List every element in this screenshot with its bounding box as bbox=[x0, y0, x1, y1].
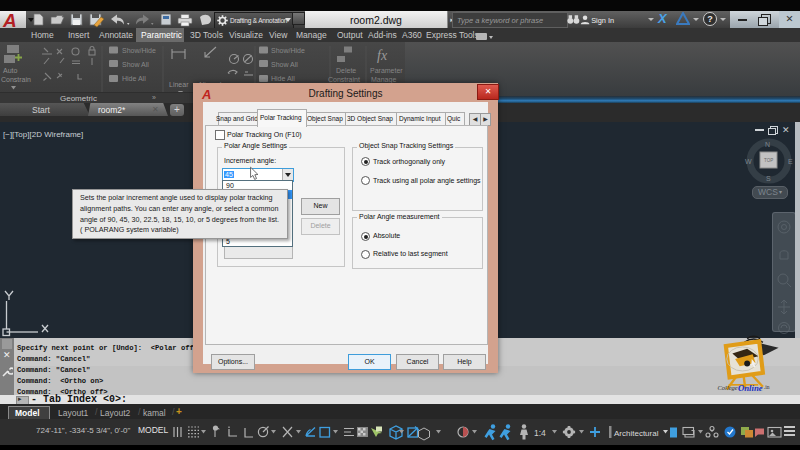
svg-text:Show/Hide: Show/Hide bbox=[122, 47, 156, 54]
svg-text:Sign In: Sign In bbox=[591, 16, 614, 25]
svg-text:Linear: Linear bbox=[169, 81, 189, 88]
svg-text:1:4: 1:4 bbox=[534, 428, 546, 438]
svg-text:Constraint: Constraint bbox=[328, 76, 360, 83]
svg-text:Show All: Show All bbox=[122, 61, 149, 68]
svg-text:Hide All: Hide All bbox=[122, 75, 146, 82]
svg-text:.in: .in bbox=[764, 384, 770, 390]
svg-text:Constrain: Constrain bbox=[1, 76, 31, 83]
svg-text:Show/Hide: Show/Hide bbox=[271, 47, 305, 54]
svg-text:Auto: Auto bbox=[3, 67, 18, 74]
svg-text:N: N bbox=[765, 141, 770, 148]
svg-text:College: College bbox=[718, 384, 738, 391]
svg-text:S: S bbox=[766, 175, 771, 182]
svg-text:Architectural: Architectural bbox=[614, 429, 659, 438]
svg-text:fx: fx bbox=[377, 48, 388, 63]
svg-text:TOP: TOP bbox=[764, 158, 773, 163]
svg-text:Show All: Show All bbox=[271, 61, 298, 68]
svg-text:Hide All: Hide All bbox=[271, 75, 295, 82]
svg-text:W: W bbox=[745, 158, 752, 165]
svg-text:E: E bbox=[788, 158, 793, 165]
svg-text:Delete: Delete bbox=[336, 67, 356, 74]
svg-text:Online: Online bbox=[738, 383, 763, 393]
svg-text:Parameter: Parameter bbox=[370, 67, 403, 74]
